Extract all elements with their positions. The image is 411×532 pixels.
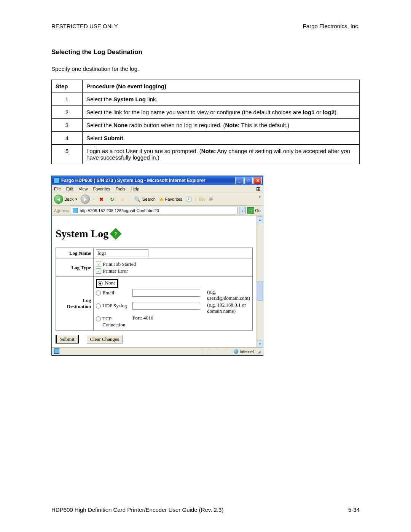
scroll-thumb[interactable] [257,281,263,301]
logname-input[interactable]: log1 [96,249,148,257]
radio-udp[interactable] [96,304,101,308]
favorites-button[interactable]: ★ Favorites [159,196,182,203]
statusbar: Internet ◢ [52,347,263,355]
toolbar: ◄ Back ▼ ► - ✖ ↻ ⌂ | 🔍 Search ★ Favorite… [52,193,263,206]
toolbar-overflow[interactable]: » [258,195,261,199]
intro-text: Specify one destination for the log. [51,66,360,72]
resize-grip-icon[interactable]: ◢ [258,350,261,354]
forward-button[interactable]: ► [81,195,90,204]
status-page-icon [54,348,59,354]
th-procedure: Procedure (No event logging) [83,80,360,93]
go-button[interactable]: → Go [247,207,261,214]
maximize-button[interactable]: □ [244,177,253,184]
submit-button[interactable]: Submit [57,335,78,343]
logname-label: Log Name [56,248,94,259]
form-table: Log Name log1 Log Type ✓Print Job Starte… [56,248,253,331]
radio-email[interactable] [96,291,101,296]
table-row: 3 Select the None radio button when no l… [52,119,360,132]
address-dropdown[interactable]: v [239,207,246,214]
menu-file[interactable]: File [54,187,61,191]
mail-button[interactable]: ✉▾ [199,196,205,202]
highlight-submit: Submit [56,335,79,343]
menu-help[interactable]: Help [131,187,139,191]
page-footer: HDP600 High Definition Card Printer/Enco… [51,506,360,513]
refresh-button[interactable]: ↻ [108,195,116,203]
chevron-down-icon: ▼ [75,198,78,201]
footer-left: HDP600 High Definition Card Printer/Enco… [51,506,223,513]
checkbox-printjob[interactable]: ✓ [96,262,101,267]
table-row: 4 Select Submit. [52,132,360,145]
logdest-label: LogDestination [56,277,94,331]
section-title: Selecting the Log Destination [51,48,360,56]
help-diamond-icon[interactable]: ? [110,228,122,240]
star-icon: ★ [159,196,164,203]
radio-tcp[interactable] [96,316,101,321]
udp-input[interactable] [132,302,200,310]
table-row: 5 Login as a root User if you are so pro… [52,145,360,164]
procedure-table: Step Procedure (No event logging) 1 Sele… [51,80,360,164]
titlebar: Fargo HDP600 ( S/N 273 ) System Log - Mi… [52,176,263,185]
menubar: File Edit View Favorites Tools Help ⊞ [52,185,263,193]
stop-button[interactable]: ✖ [97,195,105,203]
logtype-label: Log Type [56,259,94,277]
radio-none[interactable] [98,281,103,286]
home-button[interactable]: ⌂ [119,195,126,203]
menu-favorites[interactable]: Favorites [93,187,110,191]
ie-window: Fargo HDP600 ( S/N 273 ) System Log - Mi… [51,176,263,356]
ie-icon [54,177,60,184]
page-icon [73,208,78,213]
history-button[interactable]: 🕑 [185,196,192,202]
menu-tools[interactable]: Tools [116,187,126,191]
address-input[interactable]: http://206.152.208.126/logpathConf.html?… [71,207,237,214]
email-input[interactable] [132,289,200,297]
status-zone: Internet [240,349,254,354]
zone-icon [234,349,238,354]
footer-right: 5-34 [348,506,360,513]
go-arrow-icon: → [247,207,254,214]
scroll-down[interactable]: ▼ [257,340,263,347]
page-header: RESTRICTED USE ONLY Fargo Electronics, I… [51,23,360,29]
scrollbar[interactable]: ▲ ▼ [256,216,263,347]
page-title: System Log ? [56,228,253,240]
header-left: RESTRICTED USE ONLY [51,23,118,29]
back-arrow-icon: ◄ [54,195,63,204]
scroll-up[interactable]: ▲ [257,216,263,223]
table-row: 1 Select the System Log link. [52,93,360,106]
search-button[interactable]: 🔍 Search [134,195,156,203]
checkbox-printererror[interactable]: ✓ [96,268,101,274]
print-button[interactable]: 🖶 [208,196,213,202]
window-title: Fargo HDP600 ( S/N 273 ) System Log - Mi… [61,178,206,183]
table-row: 2 Select the link for the log name you w… [52,106,360,119]
close-button[interactable]: ✕ [253,177,262,184]
back-button[interactable]: ◄ Back ▼ [54,195,78,204]
content-area: System Log ? Log Name log1 Log Type ✓Pri… [52,216,263,347]
clear-button[interactable]: Clear Changes [87,335,123,343]
search-icon: 🔍 [134,195,141,203]
minimize-button[interactable]: _ [235,177,244,184]
header-right: Fargo Electronics, Inc. [303,23,360,29]
th-step: Step [52,80,83,93]
address-label: Address [54,208,69,213]
windows-logo-icon: ⊞ [256,186,261,192]
highlight-none: None [96,279,118,288]
addressbar: Address http://206.152.208.126/logpathCo… [52,206,263,216]
menu-edit[interactable]: Edit [66,187,73,191]
menu-view[interactable]: View [79,187,88,191]
